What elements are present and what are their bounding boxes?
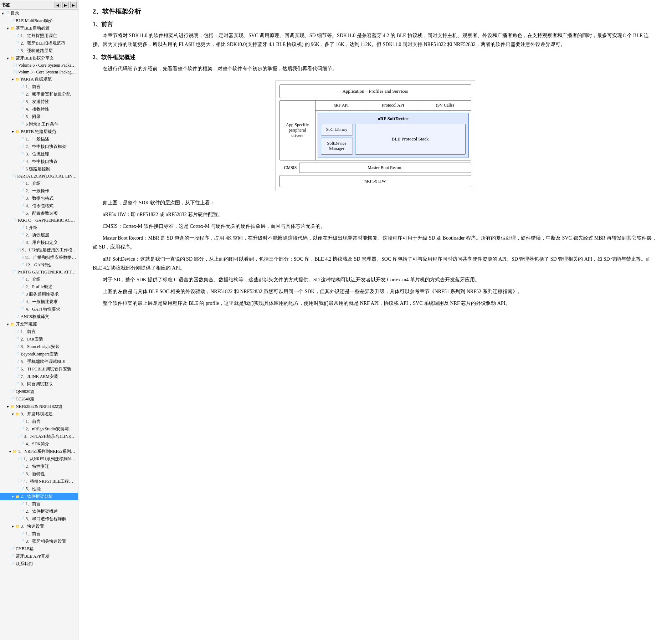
tree-icon-nrf3-1: 📄	[20, 532, 25, 537]
tree-item-gap4[interactable]: 📄9、LE物理层使用的工作模式处理流程	[0, 246, 78, 254]
tree-item-p3[interactable]: 📄3、发送特性	[0, 98, 78, 106]
tree-icon-l2cap1: 📄	[20, 181, 25, 186]
tree-item-vol3[interactable]: 📄Volum 3 - Core System Package[Host volu…	[0, 69, 78, 76]
tree-item-pb2[interactable]: 📄2、空中接口协议框架	[0, 143, 78, 150]
tree-item-nrf3-2[interactable]: 📄3、蓝牙相关快速设置	[0, 538, 78, 545]
tree-label-vol3: Volum 3 - Core System Package[Host volum…	[18, 70, 77, 75]
tree-item-gap6[interactable]: 📄12、GAP特性	[0, 261, 78, 269]
arch-right-panel: nRF API Protocol API (SV Calls) nRF Soft…	[316, 101, 471, 160]
tree-item-mulu[interactable]: ▼📄目录	[0, 10, 78, 17]
tree-item-partb[interactable]: ▼📁PARTB 链路层规范	[0, 128, 78, 135]
tree-item-dev8[interactable]: 📄8、同台调试获取	[0, 380, 78, 388]
tree-icon-l2cap5: 📄	[20, 211, 25, 216]
tree-item-dev6[interactable]: 📄6、TI PCBLE调试软件安装	[0, 365, 78, 373]
tree-item-item-2[interactable]: 📄2、蓝牙BLE扫描规范范	[0, 40, 78, 47]
tree-item-nrf1-3[interactable]: 📄3、新特性	[0, 470, 78, 478]
tree-item-pb1[interactable]: 📄1、一般描述	[0, 135, 78, 143]
tree-item-nrf0-3[interactable]: 📄3、J-FLASH烧录合JLINK设置SD	[0, 433, 78, 440]
tree-item-gatt2[interactable]: 📄2、Profile概述	[0, 283, 78, 291]
tree-label-nrf0-4: 4、SDK简介	[26, 441, 49, 447]
tree-item-gatt3[interactable]: 📄3 服务通用性要求	[0, 291, 78, 298]
tree-label-gap6: 12、GAP特性	[26, 262, 51, 268]
tree-item-nrf2-1[interactable]: 📄1、前言	[0, 500, 78, 508]
tree-item-nrf3[interactable]: ▼📁3、快速设置	[0, 523, 78, 530]
tree-item-l2cap2[interactable]: 📄2、一般操作	[0, 187, 78, 195]
tree-item-pb4[interactable]: 📄4、空中接口协议	[0, 158, 78, 165]
tree-item-parta-l2cap[interactable]: 📄PARTA L2CAP(LOGICAL LINK CONTROL AND...	[0, 173, 78, 180]
tree-item-p4[interactable]: 📄4、接收特性	[0, 106, 78, 113]
tree-item-pb5[interactable]: 📄5 链路层控制	[0, 165, 78, 173]
tree-item-cc2640[interactable]: 📄CC2640篇	[0, 395, 78, 403]
tree-item-partg-gatt[interactable]: 📄PARTG GATT(GENERIC ATTRIBUTE PROFILE	[0, 269, 78, 276]
arch-top-box: Application – Profiles and Services	[279, 85, 471, 98]
tree-item-ble-app[interactable]: 📄蓝牙BLE APP开发	[0, 553, 78, 560]
tree-item-nrf1-4[interactable]: 📄4、移植NRF51 BLE工程到NRF52	[0, 478, 78, 485]
tree-item-l2cap4[interactable]: 📄4、信令包格式	[0, 202, 78, 210]
tree-item-item-3[interactable]: 📄3、逻辑链路层层	[0, 47, 78, 55]
tree-item-nrf0[interactable]: ▼📁0、开发环境搭建	[0, 410, 78, 418]
tree-item-dev5[interactable]: 📄5、手机端软件调试BLE	[0, 358, 78, 365]
tree-item-dev4[interactable]: 📄BeyondCompare安装	[0, 350, 78, 358]
tree-label-nrf1-2: 2、特性变迁	[26, 464, 49, 470]
tree-item-l2cap1[interactable]: 📄1、介绍	[0, 180, 78, 187]
tree-item-nrf52832[interactable]: ▼📁NRF52832& NRF51822篇	[0, 403, 78, 410]
tree-item-dev-tools[interactable]: ▼📁开发环境篇	[0, 321, 78, 328]
tree-item-gap5[interactable]: 📄11、广播和扫描应答数据格式	[0, 254, 78, 261]
tree-item-dev2[interactable]: 📄2、IAR安装	[0, 336, 78, 343]
tree-item-p6[interactable]: 📄6 附录B 工作条件	[0, 121, 78, 128]
tree-item-dev1[interactable]: 📄1、前言	[0, 328, 78, 336]
tree-item-gatt5[interactable]: 📄4、GATT特性要求	[0, 306, 78, 313]
tree-item-qn9020[interactable]: 📄QN9020篇	[0, 388, 78, 395]
tree-item-parta-data[interactable]: ▼📁PARTA 数据规范	[0, 76, 78, 83]
tree-item-vol6[interactable]: 📄Volume 6 - Core System Package [Low Ene…	[0, 62, 78, 69]
tree-item-contact[interactable]: 📄联系我们	[0, 560, 78, 568]
tree-item-pb3[interactable]: 📄3、位流处理	[0, 150, 78, 158]
tree-item-l2cap5[interactable]: 📄5、配置参数选项	[0, 210, 78, 217]
tree-item-nrf0-4[interactable]: 📄4、SDK简介	[0, 440, 78, 448]
tree-item-p2[interactable]: 📄2、频率带宽和信道分配	[0, 91, 78, 98]
tree-icon-nrf0-4: 📄	[20, 442, 25, 447]
tree-item-jichu-ble[interactable]: ▼📁基于BLE启动必篇	[0, 25, 78, 32]
tree-item-nrf2[interactable]: ▼📁2、软件框架分析	[0, 493, 78, 500]
tree-icon-gatt4: 📄	[20, 299, 25, 304]
tree-icon-item-3: 📄	[15, 48, 20, 53]
tree-item-nrf2-3[interactable]: 📄3、串口透传创程详解	[0, 515, 78, 523]
tree-label-gap3: 3、用户接口定义	[26, 240, 58, 246]
tree-item-p1[interactable]: 📄1、前言	[0, 83, 78, 91]
tree-item-cyble[interactable]: 📄CYBLE篇	[0, 545, 78, 553]
tree-item-gap3[interactable]: 📄3、用户接口定义	[0, 239, 78, 246]
tree-item-dev7[interactable]: 📄7、JLINK ARM安装	[0, 373, 78, 380]
tree-item-nrf1-1[interactable]: 📄1、从NRF51系列迁移到NRF52系列	[0, 455, 78, 463]
tree-icon-nrf0-2: 📄	[20, 427, 25, 432]
sidebar-btn-3[interactable]: ▶	[70, 2, 77, 8]
sidebar-btn-2[interactable]: ▶	[62, 2, 69, 8]
tree-item-dev3[interactable]: 📄3、SourceInsight安装	[0, 343, 78, 350]
section1-para1: 本章节将对 SDK11.0 的软件框架构进行说明，包括：定时器实现、SVC 调用…	[93, 31, 658, 49]
tree-item-gap1[interactable]: 📄1 介绍	[0, 224, 78, 231]
tree-item-gap2[interactable]: 📄2、协议层层	[0, 231, 78, 239]
tree-item-blesvc[interactable]: ▼📁蓝牙BLE协议分享文	[0, 55, 78, 62]
tree-item-nrf1[interactable]: ▼📁1、NRF51系列到NRF52系列迁移指南(译文)	[0, 448, 78, 455]
sidebar-btn-1[interactable]: ◀	[55, 2, 61, 8]
tree-label-nrf0: 0、开发环境搭建	[21, 411, 53, 417]
tree-item-nrf2-2[interactable]: 📄2、软件框架概述	[0, 508, 78, 515]
tree-item-nrf3-1[interactable]: 📄1、前言	[0, 530, 78, 538]
tree-item-nrf1-5[interactable]: 📄5、性能	[0, 485, 78, 493]
tree-item-l2cap3[interactable]: 📄3、数据包格式	[0, 195, 78, 202]
tree-item-gatt4[interactable]: 📄4、一般描述要求	[0, 298, 78, 306]
tree-label-ancs: ANCS权威译文	[21, 314, 49, 320]
tree-item-nrf0-2[interactable]: 📄2、nRFgo Studio安装与使用	[0, 425, 78, 433]
tree-label-nrf3-1: 1、前言	[26, 531, 41, 537]
tree-item-nrf1-2[interactable]: 📄2、特性变迁	[0, 463, 78, 470]
tree-label-nrf0-3: 3、J-FLASH烧录合JLINK设置SD	[24, 434, 77, 440]
tree-item-ancs[interactable]: 📄ANCS权威译文	[0, 313, 78, 321]
tree-item-p5[interactable]: 📄5、附录	[0, 113, 78, 121]
tree-item-partc-gap[interactable]: 📄PARTC – GAP(GENERIC ACCESS PROFILE)	[0, 217, 78, 224]
tree-item-item-1[interactable]: 📄1、红外探照用调亡	[0, 32, 78, 40]
tree-item-gatt1[interactable]: 📄1、介绍	[0, 276, 78, 283]
arch-top-label: Application – Profiles and Services	[342, 88, 408, 94]
tree-item-ble-multiboard[interactable]: 📄BLE MultiBoard简介	[0, 17, 78, 25]
tree-item-nrf0-1[interactable]: 📄1、前言	[0, 418, 78, 425]
section2-para2: 如上图，是整个 SDK 软件的层次图，从下往上看：	[93, 198, 658, 207]
section2-para1: 在进行代码细节的介绍前，先看看整个软件的框架，对整个软件有个初步的掌握，然后我们…	[93, 64, 658, 73]
